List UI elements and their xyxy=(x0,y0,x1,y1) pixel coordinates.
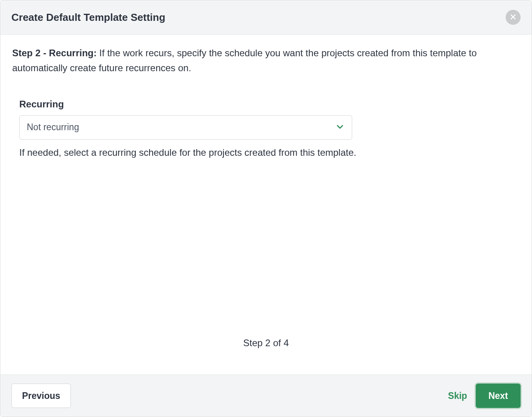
spacer xyxy=(12,160,520,338)
recurring-select-value: Not recurring xyxy=(27,122,79,133)
step-intro: Step 2 - Recurring: If the work recurs, … xyxy=(12,46,520,76)
modal-header: Create Default Template Setting xyxy=(0,0,532,35)
skip-button[interactable]: Skip xyxy=(448,391,467,401)
close-button[interactable] xyxy=(506,10,521,25)
recurring-helper-text: If needed, select a recurring schedule f… xyxy=(19,145,366,160)
next-button[interactable]: Next xyxy=(476,384,521,408)
form-section: Recurring Not recurring If needed, selec… xyxy=(12,99,366,160)
recurring-label: Recurring xyxy=(19,99,366,110)
recurring-select[interactable]: Not recurring xyxy=(19,115,352,140)
modal-title: Create Default Template Setting xyxy=(11,11,165,24)
step-label: Step 2 - Recurring: xyxy=(12,48,97,58)
footer-right: Skip Next xyxy=(448,384,521,408)
previous-button[interactable]: Previous xyxy=(11,384,71,408)
recurring-select-wrap: Not recurring xyxy=(19,115,352,140)
step-indicator: Step 2 of 4 xyxy=(12,338,520,363)
close-icon xyxy=(510,13,517,22)
modal-dialog: Create Default Template Setting Step 2 -… xyxy=(0,0,532,417)
modal-body: Step 2 - Recurring: If the work recurs, … xyxy=(0,35,532,375)
modal-footer: Previous Skip Next xyxy=(0,375,532,417)
